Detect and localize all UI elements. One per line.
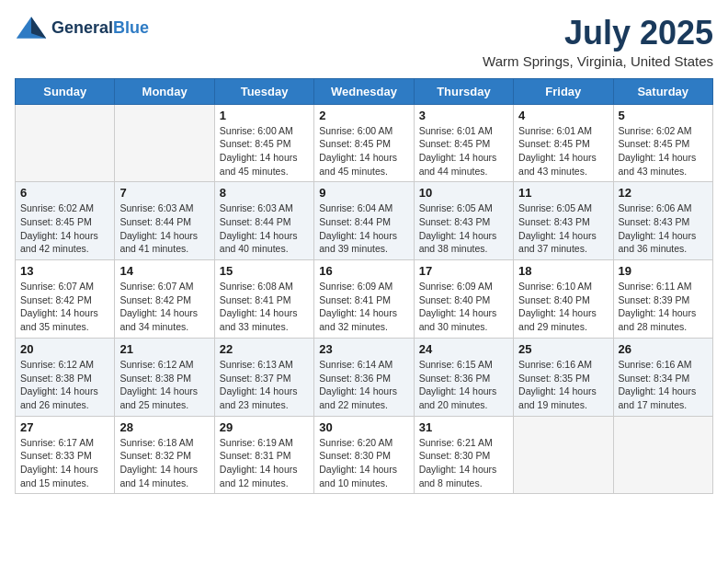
table-row: 14Sunrise: 6:07 AMSunset: 8:42 PMDayligh… — [115, 260, 214, 339]
day-info: Sunrise: 6:06 AMSunset: 8:43 PMDaylight:… — [619, 201, 708, 256]
table-row — [613, 416, 712, 494]
day-info: Sunrise: 6:05 AMSunset: 8:43 PMDaylight:… — [518, 201, 608, 256]
day-info: Sunrise: 6:08 AMSunset: 8:41 PMDaylight:… — [220, 280, 309, 334]
day-number: 23 — [319, 342, 408, 356]
month-year: July 2025 — [483, 15, 713, 52]
location: Warm Springs, Virginia, United States — [483, 53, 713, 69]
day-info: Sunrise: 6:16 AMSunset: 8:34 PMDaylight:… — [619, 358, 708, 412]
table-row: 23Sunrise: 6:14 AMSunset: 8:36 PMDayligh… — [314, 338, 414, 416]
day-number: 29 — [220, 420, 309, 434]
table-row: 31Sunrise: 6:21 AMSunset: 8:30 PMDayligh… — [414, 416, 513, 494]
logo: GeneralBlue — [15, 15, 149, 40]
day-info: Sunrise: 6:04 AMSunset: 8:44 PMDaylight:… — [319, 201, 408, 256]
day-info: Sunrise: 6:12 AMSunset: 8:38 PMDaylight:… — [119, 358, 209, 412]
day-number: 4 — [518, 109, 608, 122]
day-info: Sunrise: 6:21 AMSunset: 8:30 PMDaylight:… — [419, 436, 508, 490]
day-info: Sunrise: 6:15 AMSunset: 8:36 PMDaylight:… — [419, 358, 508, 412]
table-row: 1Sunrise: 6:00 AMSunset: 8:45 PMDaylight… — [214, 104, 313, 182]
table-row: 27Sunrise: 6:17 AMSunset: 8:33 PMDayligh… — [16, 416, 115, 494]
logo-blue: Blue — [113, 18, 149, 37]
table-row: 28Sunrise: 6:18 AMSunset: 8:32 PMDayligh… — [115, 416, 214, 494]
table-row — [16, 104, 115, 182]
day-number: 15 — [220, 264, 309, 278]
day-info: Sunrise: 6:18 AMSunset: 8:32 PMDaylight:… — [119, 436, 209, 490]
day-number: 11 — [518, 186, 608, 200]
day-info: Sunrise: 6:12 AMSunset: 8:38 PMDaylight:… — [20, 358, 109, 412]
table-row: 22Sunrise: 6:13 AMSunset: 8:37 PMDayligh… — [214, 338, 313, 416]
table-row: 20Sunrise: 6:12 AMSunset: 8:38 PMDayligh… — [16, 338, 115, 416]
day-number: 3 — [419, 109, 508, 122]
calendar-week-row: 27Sunrise: 6:17 AMSunset: 8:33 PMDayligh… — [16, 416, 713, 494]
table-row: 5Sunrise: 6:02 AMSunset: 8:45 PMDaylight… — [613, 104, 712, 182]
day-info: Sunrise: 6:02 AMSunset: 8:45 PMDaylight:… — [20, 201, 109, 256]
day-number: 1 — [220, 109, 309, 122]
table-row: 12Sunrise: 6:06 AMSunset: 8:43 PMDayligh… — [613, 182, 712, 260]
day-number: 26 — [619, 342, 708, 356]
day-info: Sunrise: 6:03 AMSunset: 8:44 PMDaylight:… — [119, 201, 209, 256]
day-number: 28 — [119, 420, 209, 434]
table-row: 9Sunrise: 6:04 AMSunset: 8:44 PMDaylight… — [314, 182, 414, 260]
day-info: Sunrise: 6:00 AMSunset: 8:45 PMDaylight:… — [319, 124, 408, 178]
table-row: 4Sunrise: 6:01 AMSunset: 8:45 PMDaylight… — [514, 104, 613, 182]
day-number: 5 — [619, 109, 708, 122]
table-row — [514, 416, 613, 494]
day-info: Sunrise: 6:17 AMSunset: 8:33 PMDaylight:… — [20, 436, 109, 490]
page-header: GeneralBlue July 2025 Warm Springs, Virg… — [15, 15, 713, 69]
calendar-week-row: 6Sunrise: 6:02 AMSunset: 8:45 PMDaylight… — [16, 182, 713, 260]
table-row: 10Sunrise: 6:05 AMSunset: 8:43 PMDayligh… — [414, 182, 513, 260]
day-info: Sunrise: 6:20 AMSunset: 8:30 PMDaylight:… — [319, 436, 408, 490]
col-sunday: Sunday — [16, 78, 115, 104]
calendar-week-row: 1Sunrise: 6:00 AMSunset: 8:45 PMDaylight… — [16, 104, 713, 182]
day-number: 18 — [518, 264, 608, 278]
day-number: 8 — [220, 186, 309, 200]
table-row: 17Sunrise: 6:09 AMSunset: 8:40 PMDayligh… — [414, 260, 513, 339]
day-info: Sunrise: 6:09 AMSunset: 8:41 PMDaylight:… — [319, 280, 408, 334]
table-row: 11Sunrise: 6:05 AMSunset: 8:43 PMDayligh… — [514, 182, 613, 260]
table-row: 13Sunrise: 6:07 AMSunset: 8:42 PMDayligh… — [16, 260, 115, 339]
day-number: 2 — [319, 109, 408, 122]
calendar-table: Sunday Monday Tuesday Wednesday Thursday… — [15, 78, 713, 495]
day-number: 6 — [20, 186, 109, 200]
table-row: 8Sunrise: 6:03 AMSunset: 8:44 PMDaylight… — [214, 182, 313, 260]
day-info: Sunrise: 6:02 AMSunset: 8:45 PMDaylight:… — [619, 124, 708, 178]
day-info: Sunrise: 6:10 AMSunset: 8:40 PMDaylight:… — [518, 280, 608, 334]
table-row: 19Sunrise: 6:11 AMSunset: 8:39 PMDayligh… — [613, 260, 712, 339]
col-monday: Monday — [115, 78, 214, 104]
logo-general: General — [51, 18, 113, 37]
table-row: 7Sunrise: 6:03 AMSunset: 8:44 PMDaylight… — [115, 182, 214, 260]
table-row: 15Sunrise: 6:08 AMSunset: 8:41 PMDayligh… — [214, 260, 313, 339]
day-info: Sunrise: 6:00 AMSunset: 8:45 PMDaylight:… — [220, 124, 309, 178]
day-info: Sunrise: 6:07 AMSunset: 8:42 PMDaylight:… — [20, 280, 109, 334]
day-number: 10 — [419, 186, 508, 200]
day-number: 24 — [419, 342, 508, 356]
day-number: 30 — [319, 420, 408, 434]
day-info: Sunrise: 6:16 AMSunset: 8:35 PMDaylight:… — [518, 358, 608, 412]
day-info: Sunrise: 6:01 AMSunset: 8:45 PMDaylight:… — [518, 124, 608, 178]
table-row: 29Sunrise: 6:19 AMSunset: 8:31 PMDayligh… — [214, 416, 313, 494]
table-row: 18Sunrise: 6:10 AMSunset: 8:40 PMDayligh… — [514, 260, 613, 339]
day-info: Sunrise: 6:13 AMSunset: 8:37 PMDaylight:… — [220, 358, 309, 412]
day-number: 9 — [319, 186, 408, 200]
day-number: 19 — [619, 264, 708, 278]
day-info: Sunrise: 6:19 AMSunset: 8:31 PMDaylight:… — [220, 436, 309, 490]
table-row: 25Sunrise: 6:16 AMSunset: 8:35 PMDayligh… — [514, 338, 613, 416]
col-tuesday: Tuesday — [214, 78, 313, 104]
table-row: 26Sunrise: 6:16 AMSunset: 8:34 PMDayligh… — [613, 338, 712, 416]
day-number: 16 — [319, 264, 408, 278]
day-number: 7 — [119, 186, 209, 200]
day-number: 31 — [419, 420, 508, 434]
day-number: 21 — [119, 342, 209, 356]
table-row: 16Sunrise: 6:09 AMSunset: 8:41 PMDayligh… — [314, 260, 414, 339]
table-row: 6Sunrise: 6:02 AMSunset: 8:45 PMDaylight… — [16, 182, 115, 260]
table-row — [115, 104, 214, 182]
day-info: Sunrise: 6:05 AMSunset: 8:43 PMDaylight:… — [419, 201, 508, 256]
calendar-week-row: 13Sunrise: 6:07 AMSunset: 8:42 PMDayligh… — [16, 260, 713, 339]
logo-icon — [15, 15, 48, 40]
day-info: Sunrise: 6:01 AMSunset: 8:45 PMDaylight:… — [419, 124, 508, 178]
day-number: 25 — [518, 342, 608, 356]
day-number: 13 — [20, 264, 109, 278]
col-wednesday: Wednesday — [314, 78, 414, 104]
table-row: 2Sunrise: 6:00 AMSunset: 8:45 PMDaylight… — [314, 104, 414, 182]
calendar-week-row: 20Sunrise: 6:12 AMSunset: 8:38 PMDayligh… — [16, 338, 713, 416]
col-thursday: Thursday — [414, 78, 513, 104]
